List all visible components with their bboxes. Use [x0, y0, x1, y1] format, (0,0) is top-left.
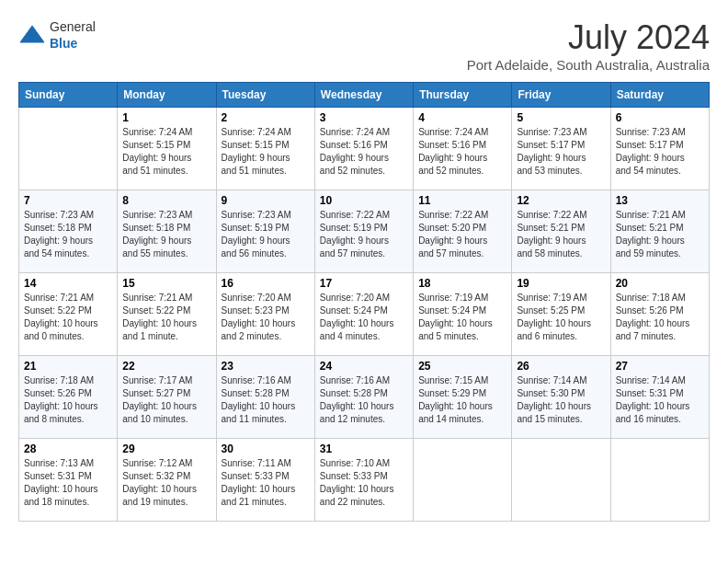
day-info: Sunrise: 7:20 AM Sunset: 5:23 PM Dayligh…	[222, 292, 310, 343]
calendar-cell: 12Sunrise: 7:22 AM Sunset: 5:21 PM Dayli…	[512, 190, 610, 273]
calendar-col-sunday: Sunday	[19, 83, 118, 108]
calendar-cell: 17Sunrise: 7:20 AM Sunset: 5:24 PM Dayli…	[314, 273, 413, 356]
day-number: 22	[122, 360, 210, 373]
day-number: 21	[24, 360, 112, 373]
calendar-cell: 15Sunrise: 7:21 AM Sunset: 5:22 PM Dayli…	[118, 273, 216, 356]
calendar-cell: 11Sunrise: 7:22 AM Sunset: 5:20 PM Dayli…	[414, 190, 512, 273]
calendar-cell: 29Sunrise: 7:12 AM Sunset: 5:32 PM Dayli…	[118, 439, 216, 522]
day-number: 16	[222, 277, 310, 290]
day-info: Sunrise: 7:19 AM Sunset: 5:24 PM Dayligh…	[418, 292, 506, 343]
calendar-cell: 2Sunrise: 7:24 AM Sunset: 5:15 PM Daylig…	[216, 108, 314, 190]
day-number: 29	[122, 442, 210, 455]
day-info: Sunrise: 7:15 AM Sunset: 5:29 PM Dayligh…	[418, 374, 506, 426]
day-number: 25	[418, 360, 506, 373]
logo-general: General	[50, 19, 96, 34]
day-number: 11	[418, 194, 506, 207]
day-info: Sunrise: 7:24 AM Sunset: 5:15 PM Dayligh…	[122, 126, 210, 178]
day-number: 18	[418, 277, 506, 290]
day-info: Sunrise: 7:14 AM Sunset: 5:30 PM Dayligh…	[517, 374, 605, 426]
calendar-cell	[512, 439, 610, 522]
calendar-cell: 5Sunrise: 7:23 AM Sunset: 5:17 PM Daylig…	[512, 108, 610, 190]
calendar-col-saturday: Saturday	[610, 83, 709, 108]
day-info: Sunrise: 7:19 AM Sunset: 5:25 PM Dayligh…	[517, 292, 605, 343]
day-info: Sunrise: 7:24 AM Sunset: 5:16 PM Dayligh…	[418, 126, 506, 178]
day-info: Sunrise: 7:12 AM Sunset: 5:32 PM Dayligh…	[122, 457, 210, 509]
calendar-col-tuesday: Tuesday	[216, 83, 314, 108]
subtitle: Port Adelaide, South Australia, Australi…	[467, 57, 710, 73]
day-info: Sunrise: 7:23 AM Sunset: 5:18 PM Dayligh…	[122, 209, 210, 260]
day-number: 8	[122, 194, 210, 207]
calendar-cell	[19, 108, 118, 190]
calendar-cell: 14Sunrise: 7:21 AM Sunset: 5:22 PM Dayli…	[19, 273, 118, 356]
calendar-cell: 6Sunrise: 7:23 AM Sunset: 5:17 PM Daylig…	[610, 108, 709, 190]
day-number: 2	[222, 111, 310, 124]
calendar-cell: 8Sunrise: 7:23 AM Sunset: 5:18 PM Daylig…	[118, 190, 216, 273]
calendar-week-5: 28Sunrise: 7:13 AM Sunset: 5:31 PM Dayli…	[19, 439, 710, 522]
calendar-cell	[610, 439, 709, 522]
calendar-header-row: SundayMondayTuesdayWednesdayThursdayFrid…	[19, 83, 710, 108]
calendar-week-1: 1Sunrise: 7:24 AM Sunset: 5:15 PM Daylig…	[19, 108, 710, 190]
calendar-cell: 27Sunrise: 7:14 AM Sunset: 5:31 PM Dayli…	[610, 356, 709, 439]
day-number: 28	[24, 442, 112, 455]
calendar-cell: 25Sunrise: 7:15 AM Sunset: 5:29 PM Dayli…	[414, 356, 512, 439]
calendar-cell: 3Sunrise: 7:24 AM Sunset: 5:16 PM Daylig…	[314, 108, 413, 190]
calendar-cell: 31Sunrise: 7:10 AM Sunset: 5:33 PM Dayli…	[314, 439, 413, 522]
day-info: Sunrise: 7:16 AM Sunset: 5:28 PM Dayligh…	[320, 374, 408, 426]
calendar-cell: 13Sunrise: 7:21 AM Sunset: 5:21 PM Dayli…	[610, 190, 709, 273]
calendar-table: SundayMondayTuesdayWednesdayThursdayFrid…	[18, 82, 710, 522]
day-number: 15	[122, 277, 210, 290]
day-number: 3	[320, 111, 408, 124]
day-number: 1	[122, 111, 210, 124]
calendar-cell: 30Sunrise: 7:11 AM Sunset: 5:33 PM Dayli…	[216, 439, 314, 522]
calendar-cell: 21Sunrise: 7:18 AM Sunset: 5:26 PM Dayli…	[19, 356, 118, 439]
day-number: 5	[517, 111, 605, 124]
day-info: Sunrise: 7:21 AM Sunset: 5:22 PM Dayligh…	[24, 292, 112, 343]
day-number: 26	[517, 360, 605, 373]
day-number: 14	[24, 277, 112, 290]
calendar-cell: 9Sunrise: 7:23 AM Sunset: 5:19 PM Daylig…	[216, 190, 314, 273]
day-number: 30	[222, 442, 310, 455]
calendar-col-friday: Friday	[512, 83, 610, 108]
page-header: General Blue July 2024 Port Adelaide, So…	[18, 18, 710, 73]
day-number: 24	[320, 360, 408, 373]
svg-rect-2	[26, 35, 39, 42]
day-number: 23	[222, 360, 310, 373]
day-info: Sunrise: 7:23 AM Sunset: 5:18 PM Dayligh…	[24, 209, 112, 260]
calendar-cell: 26Sunrise: 7:14 AM Sunset: 5:30 PM Dayli…	[512, 356, 610, 439]
calendar-cell: 7Sunrise: 7:23 AM Sunset: 5:18 PM Daylig…	[19, 190, 118, 273]
day-number: 12	[517, 194, 605, 207]
day-info: Sunrise: 7:24 AM Sunset: 5:16 PM Dayligh…	[320, 126, 408, 178]
day-number: 19	[517, 277, 605, 290]
day-info: Sunrise: 7:22 AM Sunset: 5:19 PM Dayligh…	[320, 209, 408, 260]
calendar-col-thursday: Thursday	[414, 83, 512, 108]
day-number: 4	[418, 111, 506, 124]
calendar-week-3: 14Sunrise: 7:21 AM Sunset: 5:22 PM Dayli…	[19, 273, 710, 356]
calendar-cell: 23Sunrise: 7:16 AM Sunset: 5:28 PM Dayli…	[216, 356, 314, 439]
day-number: 20	[616, 277, 704, 290]
day-info: Sunrise: 7:10 AM Sunset: 5:33 PM Dayligh…	[320, 457, 408, 509]
calendar-cell	[414, 439, 512, 522]
day-info: Sunrise: 7:18 AM Sunset: 5:26 PM Dayligh…	[24, 374, 112, 426]
day-number: 7	[24, 194, 112, 207]
logo-text: General Blue	[50, 18, 96, 52]
calendar-cell: 22Sunrise: 7:17 AM Sunset: 5:27 PM Dayli…	[118, 356, 216, 439]
day-number: 17	[320, 277, 408, 290]
day-info: Sunrise: 7:17 AM Sunset: 5:27 PM Dayligh…	[122, 374, 210, 426]
day-number: 31	[320, 442, 408, 455]
day-number: 27	[616, 360, 704, 373]
day-info: Sunrise: 7:24 AM Sunset: 5:15 PM Dayligh…	[222, 126, 310, 178]
day-info: Sunrise: 7:13 AM Sunset: 5:31 PM Dayligh…	[24, 457, 112, 509]
calendar-week-4: 21Sunrise: 7:18 AM Sunset: 5:26 PM Dayli…	[19, 356, 710, 439]
logo-icon	[18, 24, 46, 46]
logo: General Blue	[18, 18, 96, 52]
day-number: 10	[320, 194, 408, 207]
day-info: Sunrise: 7:18 AM Sunset: 5:26 PM Dayligh…	[616, 292, 704, 343]
calendar-cell: 1Sunrise: 7:24 AM Sunset: 5:15 PM Daylig…	[118, 108, 216, 190]
day-info: Sunrise: 7:20 AM Sunset: 5:24 PM Dayligh…	[320, 292, 408, 343]
day-number: 6	[616, 111, 704, 124]
day-info: Sunrise: 7:14 AM Sunset: 5:31 PM Dayligh…	[616, 374, 704, 426]
calendar-cell: 16Sunrise: 7:20 AM Sunset: 5:23 PM Dayli…	[216, 273, 314, 356]
calendar-cell: 24Sunrise: 7:16 AM Sunset: 5:28 PM Dayli…	[314, 356, 413, 439]
day-number: 13	[616, 194, 704, 207]
logo-blue: Blue	[50, 36, 77, 51]
